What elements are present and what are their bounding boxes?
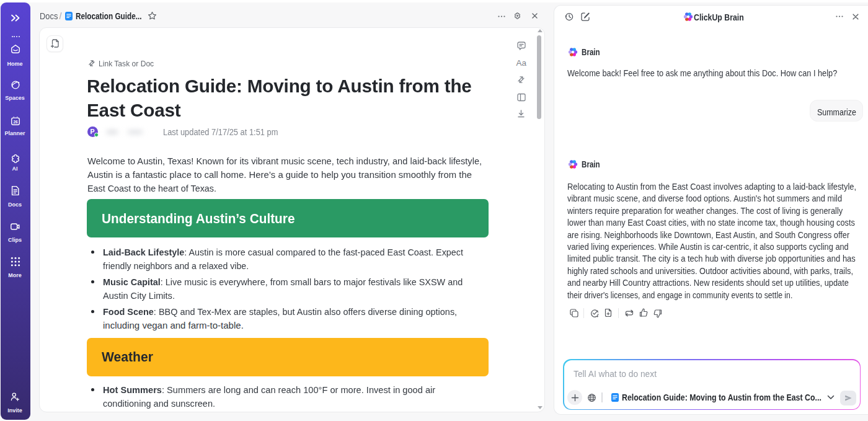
svg-text:26: 26 bbox=[13, 119, 18, 123]
